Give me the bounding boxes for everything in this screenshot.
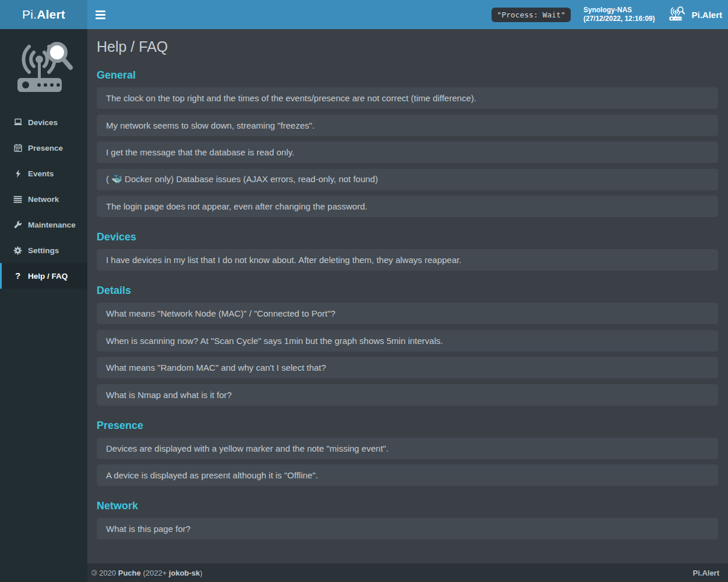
faq-question[interactable]: I have devices in my list that I do not … <box>97 249 718 271</box>
sidebar-item-label: Presence <box>28 144 63 152</box>
sidebar-item-label: Help / FAQ <box>28 272 68 281</box>
laptop-icon <box>13 118 23 127</box>
faq-question-text: ( 🐳 Docker only) Database issues (AJAX e… <box>106 174 378 184</box>
navbar: "Process: Wait" Synology-NAS (27/12/2022… <box>87 0 728 29</box>
wrench-icon <box>13 220 23 229</box>
faq-question[interactable]: Devices are displayed with a yellow mark… <box>97 438 718 459</box>
hamburger-menu-icon[interactable] <box>87 0 114 29</box>
process-status-badge[interactable]: "Process: Wait" <box>492 8 570 22</box>
footer-close: ) <box>200 569 202 577</box>
faq-question-text: What is this page for? <box>106 524 190 534</box>
faq-question[interactable]: The clock on the top right and the times… <box>97 87 718 109</box>
faq-question[interactable]: When is scanning now? At "Scan Cycle" sa… <box>97 330 718 352</box>
section-title-network: Network <box>97 500 718 512</box>
faq-question-text: I have devices in my list that I do not … <box>106 255 461 265</box>
calendar-icon <box>13 143 23 152</box>
faq-question-text: When is scanning now? At "Scan Cycle" sa… <box>106 336 443 346</box>
sidebar-item-maintenance[interactable]: Maintenance <box>0 212 87 237</box>
sidebar-item-label: Devices <box>28 118 58 127</box>
device-name: Synology-NAS <box>584 6 655 15</box>
app-logo-prefix: Pi. <box>22 8 37 22</box>
sidebar-logo-image <box>0 29 87 101</box>
sidebar-item-presence[interactable]: Presence <box>0 135 87 161</box>
faq-question[interactable]: What means "Network Node (MAC)" / "Conne… <box>97 303 718 324</box>
router-scanner-icon <box>667 5 686 24</box>
section-title-devices: Devices <box>97 231 718 243</box>
faq-question[interactable]: I get the message that the database is r… <box>97 141 718 163</box>
faq-question[interactable]: What is this page for? <box>97 518 718 540</box>
faq-question[interactable]: What means "Random MAC" and why can't I … <box>97 357 718 378</box>
footer-year: 2020 <box>97 569 118 577</box>
sidebar-item-settings[interactable]: Settings <box>0 237 87 263</box>
faq-question-text: A device is displayed as present althoug… <box>106 470 318 480</box>
device-timestamp: (27/12/2022, 12:16:09) <box>584 15 655 23</box>
sidebar-item-events[interactable]: Events <box>0 161 87 186</box>
footer-copyright: © 2020 Puche (2022+ jokob-sk) <box>91 569 203 577</box>
faq-question[interactable]: My network seems to slow down, streaming… <box>97 115 718 136</box>
sidebar-item-label: Maintenance <box>28 221 76 229</box>
sidebar-item-label: Settings <box>28 246 59 255</box>
sidebar-item-network[interactable]: Network <box>0 186 87 212</box>
faq-question-text: I get the message that the database is r… <box>106 147 294 157</box>
footer-author: Puche <box>118 569 141 577</box>
faq-question[interactable]: ( 🐳 Docker only) Database issues (AJAX e… <box>97 169 718 190</box>
sidebar-item-help-faq[interactable]: ? Help / FAQ <box>0 263 87 289</box>
copyleft-symbol: © <box>91 569 97 577</box>
sidebar-item-label: Events <box>28 169 54 178</box>
sidebar-menu: Devices Presence <box>0 109 87 289</box>
sidebar: Devices Presence <box>0 29 87 582</box>
faq-question-text: What means "Random MAC" and why can't I … <box>106 363 326 372</box>
page-title: Help / FAQ <box>97 38 718 55</box>
faq-question-text: What means "Network Node (MAC)" / "Conne… <box>106 308 335 318</box>
sidebar-item-label: Network <box>28 195 59 204</box>
section-title-presence: Presence <box>97 420 718 432</box>
footer-brand: Pi.Alert <box>692 569 719 577</box>
section-title-general: General <box>97 69 718 81</box>
faq-question-text: Devices are displayed with a yellow mark… <box>106 443 388 453</box>
section-title-details: Details <box>97 285 718 297</box>
app-logo-bold: Alert <box>37 8 65 22</box>
navbar-right: "Process: Wait" Synology-NAS (27/12/2022… <box>492 5 728 24</box>
gear-icon <box>13 246 23 255</box>
page-footer: © 2020 Puche (2022+ jokob-sk) Pi.Alert <box>87 563 728 582</box>
top-navbar: Pi.Alert "Process: Wait" Synology-NAS (2… <box>0 0 728 29</box>
sidebar-item-devices[interactable]: Devices <box>0 109 87 135</box>
faq-question-text: The clock on the top right and the times… <box>106 93 476 103</box>
main-content: Help / FAQ General The clock on the top … <box>87 29 728 563</box>
faq-question-text: What is Nmap and what is it for? <box>106 390 232 400</box>
footer-contributor: jokob-sk <box>169 569 200 577</box>
bolt-icon <box>13 169 23 178</box>
faq-question[interactable]: A device is displayed as present althoug… <box>97 464 718 486</box>
faq-question-text: The login page does not appear, even aft… <box>106 201 367 211</box>
faq-question-text: My network seems to slow down, streaming… <box>106 120 314 130</box>
header-brand-link[interactable]: Pi.Alert <box>667 5 722 24</box>
device-info: Synology-NAS (27/12/2022, 12:16:09) <box>584 6 655 23</box>
network-list-icon <box>13 194 23 204</box>
faq-question[interactable]: What is Nmap and what is it for? <box>97 384 718 406</box>
header-brand-text: Pi.Alert <box>691 10 722 20</box>
faq-question[interactable]: The login page does not appear, even aft… <box>97 196 718 217</box>
app-logo[interactable]: Pi.Alert <box>0 0 87 29</box>
footer-middle: (2022+ <box>141 569 169 577</box>
question-icon: ? <box>13 271 23 281</box>
